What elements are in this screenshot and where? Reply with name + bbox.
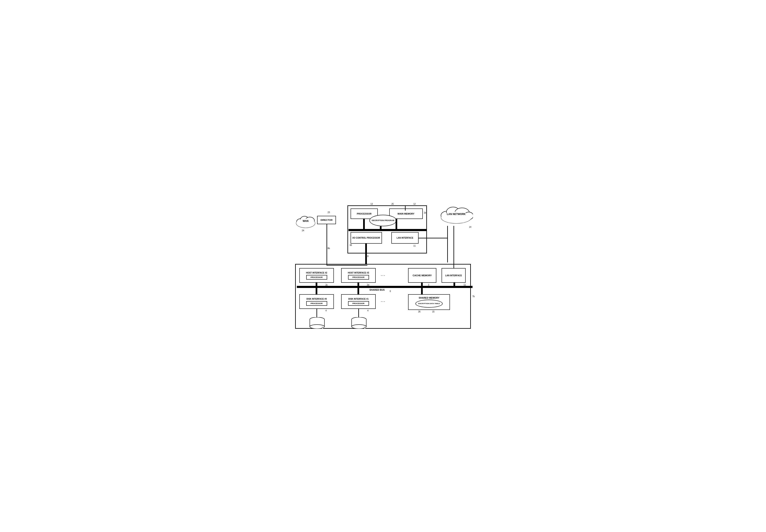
conn-hi2-bus [316,283,317,286]
shared-bus-label: SHARED BUS [369,289,385,291]
director-box: DIRECTOR [317,216,336,224]
disk-interface-0-label: DISK INTERFACE #0 [306,298,327,300]
conn-lan-top [405,205,406,211]
processor-hi3-box: PROCESSOR [348,275,369,280]
conn-di1-disk [358,309,359,317]
ref-4b: 4 [367,309,369,312]
shared-bus [297,286,473,288]
director-label: DIRECTOR [320,219,332,221]
ref-6: 6 [390,290,391,292]
conn-hi3-bus [357,283,359,286]
host-interface-3-box: HOST INTERFACE #3 PROCESSOR [341,268,376,283]
processor-top-label: PROCESSOR [357,212,371,215]
encryption-data-table-label: ENCRYPTION DATA TABLE [418,303,440,305]
ref-1b: 1b [424,212,426,214]
ref-38: 38 [350,244,352,246]
decryption-program-oval: DECRYPTION PROGRAM [369,215,397,226]
wan-label: WAN [303,220,309,223]
lan-network-cloud: LAN NETWORK [439,203,473,224]
conn-bus-di1 [357,288,359,294]
host-interface-2-label: HOST INTERFACE #2 [306,271,327,274]
disk-interface-1-box: DISK INTERFACE #1 PROCESSOR [341,294,376,309]
ref-14: 14 [469,226,471,228]
conn-di0-disk [316,309,317,317]
cache-memory-label: CACHE MEMORY [413,274,432,277]
processor-di1-box: PROCESSOR [348,301,369,306]
processor-hi2-box: PROCESSOR [306,275,327,280]
ref-26: 26 [418,311,420,313]
shared-memory-label: SHARED MEMORY [419,297,439,299]
ref-7b: 7b [472,295,475,298]
dots-middle: · · · [381,274,385,277]
conn-li-bus [453,283,455,286]
processor-hi3-label: PROCESSOR [352,276,365,278]
conn-lan-h [419,238,448,238]
ref-23: 23 [328,211,330,214]
io-control-label: I/O CONTROL PROCESSOR [352,237,380,239]
ref-4a: 4 [325,309,327,312]
processor-hi2-label: PROCESSOR [311,276,323,278]
conn-top-to-bottom [365,253,367,264]
processor-di0-label: PROCESSOR [311,302,323,304]
conn-lan-network-to-bot [453,226,454,268]
ref-8: 8 [367,255,369,257]
conn-cm-bus [421,283,423,286]
decryption-program-label: DECRYPTION PROGRAM [372,219,394,222]
wan-cloud: WAN [295,212,316,228]
conn-director-down [327,224,327,265]
conn-bus-di0 [316,288,317,294]
ref-15: 15 [432,311,434,313]
conn-lan-network-down [447,226,448,262]
ref-8b: 8b [328,247,330,249]
host-interface-2-box: HOST INTERFACE #2 PROCESSOR [299,268,334,283]
diagram: WAN 24 DIRECTOR 23 LAN NETWORK 14 12 25 … [289,195,477,337]
encryption-data-table-oval: ENCRYPTION DATA TABLE [415,300,443,308]
conn-director-h [327,265,367,266]
ref-12: 12 [413,203,416,205]
lan-interface-bot-label: LAN INTERFACE [445,274,462,277]
lan-interface-top-box: LAN INTERFACE [391,232,419,244]
disk-interface-1-label: DISK INTERFACE #1 [348,298,369,300]
io-control-processor-box: I/O CONTROL PROCESSOR [351,232,382,244]
lan-interface-bot-box: LAN INTERFACE [442,268,466,283]
ref-13: 13 [370,203,373,205]
top-internal-bus [348,229,427,231]
ref-24: 24 [302,229,304,232]
ref-5a: 5 [322,327,323,329]
processor-di0-box: PROCESSOR [306,301,327,306]
host-interface-3-label: HOST INTERFACE #3 [348,271,369,274]
processor-di1-label: PROCESSOR [352,302,365,304]
main-memory-label: MAIN MEMORY [398,212,414,215]
conn-mem-bus [396,219,397,229]
ref-5b: 5 [364,327,365,329]
lan-network-label: LAN NETWORK [447,213,466,216]
disk-interface-0-box: DISK INTERFACE #0 PROCESSOR [299,294,334,309]
lan-interface-top-label: LAN INTERFACE [397,237,413,239]
shared-memory-box: SHARED MEMORY ENCRYPTION DATA TABLE [408,294,450,310]
ref-25: 25 [391,203,394,205]
dots-bottom-middle: · · · [381,300,385,303]
cache-memory-box: CACHE MEMORY [408,268,436,283]
conn-proc-bus [363,219,365,229]
conn-oval-bus [380,226,382,229]
ref-11a: 11 [413,245,416,247]
